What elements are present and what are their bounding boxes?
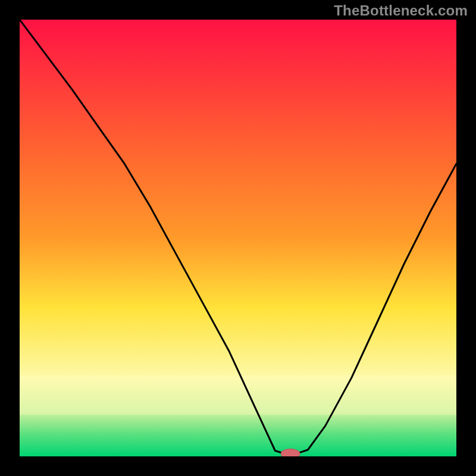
watermark-text: TheBottleneck.com <box>334 2 468 19</box>
svg-rect-1 <box>20 375 456 415</box>
bottleneck-chart-svg <box>20 20 456 456</box>
optimal-point-marker <box>281 449 300 457</box>
plot-area <box>20 20 456 456</box>
chart-frame: TheBottleneck.com <box>0 0 476 476</box>
